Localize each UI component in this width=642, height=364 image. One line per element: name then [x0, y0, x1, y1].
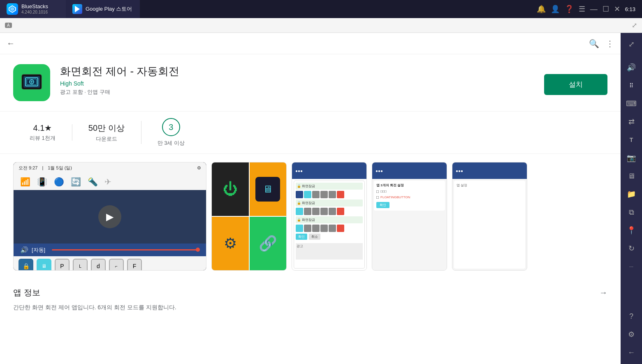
expand-icon: ⤢ — [632, 21, 637, 29]
app-screenshot-1[interactable]: ⏻ 🖥 ⚙ 🔗 — [211, 162, 287, 271]
bell-icon[interactable]: 🔔 — [537, 5, 546, 14]
section-description: 간단한 화면 회전 제어 앱입니다. 6개의 회전 모드를 지원합니다. — [13, 303, 607, 312]
app-details: 화면회전 제어 - 자동회전 High Soft 광고 포함 · 인앱 구매 — [60, 64, 534, 96]
text-icon[interactable]: T — [623, 132, 640, 148]
mode-icon-5[interactable]: d — [91, 259, 106, 271]
downloads-value: 50만 이상 — [88, 123, 125, 134]
back-sidebar-icon[interactable]: ← — [623, 344, 640, 361]
rotate-sidebar-icon[interactable]: ↻ — [623, 240, 640, 257]
search-icon[interactable]: 🔍 — [589, 39, 599, 49]
maximize-icon[interactable]: ☐ — [603, 5, 609, 14]
mode-icon-1[interactable]: 🔒 — [19, 259, 33, 271]
nav-actions: 🔍 ⋮ — [589, 39, 614, 49]
section-arrow[interactable]: → — [599, 288, 607, 297]
downloads-label: 다운로드 — [96, 135, 117, 143]
tab-bar: BlueStacks 4.240.20.1016 Google Play 스토어 — [0, 0, 140, 18]
video-top-bar: 오전 9:27 | 1월 5일 (일) ⚙ — [14, 162, 206, 174]
mode-icon-6[interactable]: ⌐ — [109, 259, 124, 271]
bluestacks-logo — [7, 3, 18, 15]
rating-value: 4.1★ — [33, 123, 52, 133]
keyboard-icon[interactable]: ⌨ — [623, 95, 640, 112]
grid-cell-2: 🖥 — [250, 162, 287, 216]
settings-icon[interactable]: ⚙ — [623, 326, 640, 343]
grid-icon[interactable]: ⠿ — [623, 77, 640, 94]
location-icon[interactable]: 📍 — [623, 222, 640, 239]
time-display: 6:13 — [625, 6, 635, 12]
app-badge: A — [5, 23, 12, 28]
mode-icon-7[interactable]: F — [127, 259, 142, 271]
stats-section: 4.1★ 리뷰 1천개 50만 이상 다운로드 3 만 3세 이상 — [0, 111, 621, 154]
expand-sidebar-icon[interactable]: ⤢ — [623, 36, 640, 53]
play-icon: ▶ — [106, 211, 114, 223]
more-icon[interactable]: ⋮ — [606, 39, 614, 49]
bluestacks-version: 4.240.20.1016 — [21, 10, 48, 15]
svg-marker-2 — [75, 6, 80, 12]
app-info-bottom: 앱 정보 → 간단한 화면 회전 제어 앱입니다. 6개의 회전 모드를 지원합… — [0, 279, 621, 320]
app-developer[interactable]: High Soft — [60, 80, 534, 87]
rating-label: 리뷰 1천개 — [30, 134, 56, 142]
bluetooth-icon: 🔵 — [54, 177, 64, 187]
camera-icon[interactable]: 📷 — [623, 150, 640, 166]
right-sidebar: ⤢ 🔊 ⠿ ⌨ ⇄ T 📷 🖥 📁 ⧉ 📍 ↻ ··· ? ⚙ ← — [621, 33, 642, 364]
main-wrapper: ← 🔍 ⋮ 화면회전 제어 — [0, 33, 642, 364]
section-title: 앱 정보 → — [13, 287, 607, 298]
help-icon[interactable]: ❓ — [565, 5, 574, 14]
airplane-icon: ✈ — [104, 177, 111, 187]
person-icon[interactable]: 👤 — [551, 5, 560, 14]
browser-content: ← 🔍 ⋮ 화면회전 제어 — [0, 33, 621, 364]
grid-cell-1: ⏻ — [212, 162, 249, 216]
app-info-section: 화면회전 제어 - 자동회전 High Soft 광고 포함 · 인앱 구매 설… — [0, 54, 621, 111]
svg-marker-1 — [10, 7, 14, 11]
wifi-icons-row: 📶 📳 🔵 🔄 🔦 ✈ — [14, 174, 206, 190]
app-screenshot-2[interactable]: ●●● 🔒 화면잠금 — [292, 162, 367, 271]
app-title: 화면회전 제어 - 자동회전 — [60, 64, 534, 79]
app-screenshot-4[interactable]: ●●● 앱 설정 — [452, 162, 527, 271]
back-button[interactable]: ← — [7, 39, 15, 48]
app-icon — [13, 64, 50, 101]
app-screenshot-3[interactable]: ●●● 앱 3개의 회전 설정 □ □□□ □ FLOATINGBUTTON — [372, 162, 447, 271]
settings-gear-icon[interactable]: ⚙ — [197, 165, 201, 171]
video-status-bar: 🔊 [자동] — [14, 243, 206, 256]
more-dots-icon[interactable]: ··· — [623, 258, 640, 275]
gplay-icon — [72, 4, 82, 14]
play-button[interactable]: ▶ — [98, 205, 121, 228]
address-bar: A ⤢ — [0, 18, 642, 33]
install-button[interactable]: 설치 — [544, 74, 607, 95]
screen-icon[interactable]: 🖥 — [623, 168, 640, 184]
nav-bar: ← 🔍 ⋮ — [0, 33, 621, 54]
mode-icon-4[interactable]: L — [73, 259, 88, 271]
minimize-icon[interactable]: — — [590, 5, 598, 14]
google-play-tab[interactable]: Google Play 스토어 — [66, 0, 140, 18]
topbar-right: 🔔 👤 ❓ ☰ — ☐ ✕ 6:13 — [537, 5, 642, 14]
status-text: [자동] — [32, 246, 45, 254]
transfer-icon[interactable]: ⇄ — [623, 114, 640, 130]
video-time: 오전 9:27 | 1월 5일 (일) — [19, 165, 72, 171]
mode-icon-3[interactable]: P — [55, 259, 70, 271]
auto-icon: 🔊 — [20, 246, 28, 254]
downloads-stat: 50만 이상 다운로드 — [72, 123, 141, 143]
folder-icon[interactable]: 📁 — [623, 186, 640, 202]
copy-icon[interactable]: ⧉ — [623, 204, 640, 220]
section-title-text: 앱 정보 — [13, 287, 40, 298]
menu-icon[interactable]: ☰ — [579, 5, 585, 14]
google-play-tab-label: Google Play 스토어 — [86, 5, 132, 13]
age-badge: 3 — [162, 118, 180, 136]
screenshots-section: 오전 9:27 | 1월 5일 (일) ⚙ 📶 📳 🔵 🔄 🔦 ✈ — [0, 154, 621, 279]
rating-stat: 4.1★ 리뷰 1천개 — [13, 123, 72, 142]
video-bottom-bar: 🔒 🖥 P L d ⌐ F — [14, 256, 206, 271]
top-bar: BlueStacks 4.240.20.1016 Google Play 스토어… — [0, 0, 642, 18]
video-play-area[interactable]: ▶ — [14, 190, 206, 243]
bluestacks-tab-label: BlueStacks — [21, 3, 48, 10]
close-icon[interactable]: ✕ — [614, 5, 620, 14]
app-meta: 광고 포함 · 인앱 구매 — [60, 88, 534, 96]
mode-icon-2[interactable]: 🖥 — [37, 259, 51, 271]
flashlight-icon: 🔦 — [88, 177, 98, 187]
age-stat: 3 만 3세 이상 — [141, 118, 201, 147]
grid-cell-4: 🔗 — [250, 217, 287, 270]
screenshots-scroll[interactable]: 오전 9:27 | 1월 5일 (일) ⚙ 📶 📳 🔵 🔄 🔦 ✈ — [13, 162, 607, 271]
grid-cell-3: ⚙ — [212, 217, 249, 270]
question-icon[interactable]: ? — [623, 308, 640, 325]
bluestacks-tab[interactable]: BlueStacks 4.240.20.1016 — [0, 0, 66, 18]
video-screenshot[interactable]: 오전 9:27 | 1월 5일 (일) ⚙ 📶 📳 🔵 🔄 🔦 ✈ — [13, 162, 206, 271]
volume-icon[interactable]: 🔊 — [623, 59, 640, 76]
